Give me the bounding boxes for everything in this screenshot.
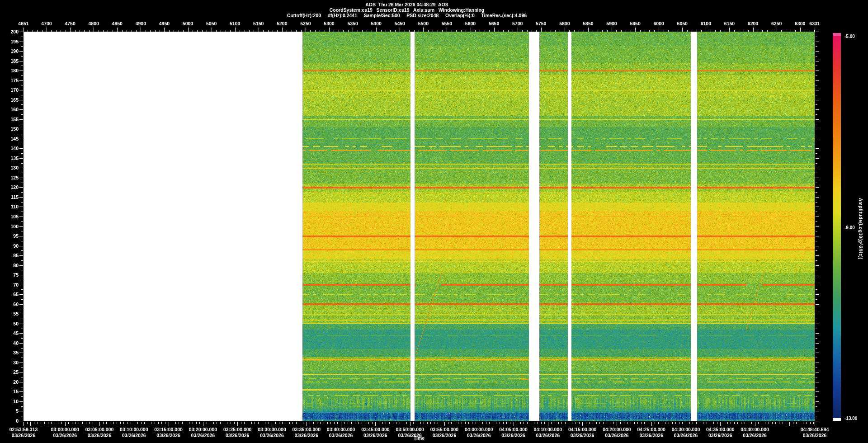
frequency-axis-label: 160 xyxy=(3,107,19,112)
time-axis-date: 03/26/2026 xyxy=(708,433,732,438)
frequency-axis-label: 50 xyxy=(3,321,19,326)
time-axis-label: 03:35:00.000 xyxy=(292,427,321,432)
aos-spectrogram-window: AOS Thu 26 Mar 2026 04:48:29 AOS CoordSy… xyxy=(0,0,868,443)
frequency-axis-label: 110 xyxy=(3,204,19,209)
frequency-axis-label: 150 xyxy=(3,126,19,132)
top-axis-label: 5150 xyxy=(253,21,264,26)
frequency-axis-label: 195 xyxy=(3,39,19,44)
time-axis-date: 03/26/2026 xyxy=(674,433,698,438)
frequency-axis-label: 155 xyxy=(3,117,19,122)
frequency-axis-label: 130 xyxy=(3,165,19,170)
time-axis-date: 03/26/2026 xyxy=(571,433,594,438)
top-axis-label: 4850 xyxy=(112,21,123,26)
top-axis-label: 4900 xyxy=(136,21,146,26)
frequency-axis-label: 20 xyxy=(3,379,19,385)
frequency-axis-label: 120 xyxy=(3,184,19,190)
frequency-axis-label: 5 xyxy=(3,408,19,414)
time-axis-label: 03:05:00.000 xyxy=(85,427,113,432)
frequency-axis-label: 115 xyxy=(3,194,19,200)
frequency-axis-label: 175 xyxy=(3,78,19,83)
spectrogram-plot-area[interactable] xyxy=(24,32,815,421)
frequency-axis-label: 185 xyxy=(3,58,19,64)
time-axis-date: 03/26/2026 xyxy=(226,433,250,438)
top-axis-label: 5200 xyxy=(277,21,287,26)
header-settings-row2: Cuttoff(Hz):200 df(Hz):0.2441 Sample/Sec… xyxy=(287,13,527,18)
time-axis-label: 03:45:00.000 xyxy=(361,427,389,432)
time-axis-label: 03:30:00.000 xyxy=(258,427,286,432)
top-axis-label: 6250 xyxy=(771,21,782,26)
frequency-axis-label: 145 xyxy=(3,136,19,141)
top-axis-label: 6000 xyxy=(654,21,664,26)
header-settings-row1: CoordSystem:es19 SensorID:es19 Axis:sum … xyxy=(330,7,485,13)
top-axis-label: 5300 xyxy=(324,21,334,26)
top-axis-label: 6150 xyxy=(724,21,735,26)
top-axis-label: 5600 xyxy=(465,21,476,26)
top-axis-label: 5250 xyxy=(300,21,311,26)
top-axis-label: 4800 xyxy=(89,21,99,26)
time-axis-date: 03/26/2026 xyxy=(803,433,827,438)
frequency-axis-label: 15 xyxy=(3,389,19,394)
frequency-axis-label: 30 xyxy=(3,360,19,365)
top-axis-label: 6300 xyxy=(795,21,805,26)
time-axis-date: 03/26/2026 xyxy=(433,433,457,438)
frequency-axis-label: 135 xyxy=(3,156,19,161)
frequency-axis-label: 100 xyxy=(3,224,19,229)
top-axis-label: 5000 xyxy=(183,21,193,26)
top-axis-label: 5350 xyxy=(347,21,358,26)
time-axis-label: 04:00:00.000 xyxy=(465,427,493,432)
colorbar xyxy=(833,33,841,421)
top-axis-label: 5700 xyxy=(512,21,523,26)
time-axis-date: 03/26/2026 xyxy=(605,433,629,438)
frequency-axis-label: 190 xyxy=(3,48,19,54)
frequency-axis-label: 95 xyxy=(3,233,19,239)
time-axis-label: 04:48:40.594 xyxy=(801,427,829,432)
frequency-axis-label: 35 xyxy=(3,350,19,355)
frequency-axis-label: 70 xyxy=(3,282,19,287)
time-axis-label: 03:20:00.000 xyxy=(189,427,217,432)
time-axis-date: 03/26/2026 xyxy=(88,433,112,438)
frequency-axis-label: 85 xyxy=(3,253,19,258)
frequency-axis-label: 90 xyxy=(3,243,19,249)
top-axis-label: 5050 xyxy=(206,21,217,26)
time-axis-label: 04:10:00.000 xyxy=(534,427,562,432)
top-axis-label: 6100 xyxy=(701,21,711,26)
time-axis-date: 03/26/2026 xyxy=(53,433,77,438)
time-axis-label: 03:55:00.000 xyxy=(430,427,458,432)
time-axis-date: 03/26/2026 xyxy=(295,433,319,438)
frequency-axis-label: 140 xyxy=(3,146,19,151)
top-axis-label: 6331 xyxy=(809,21,820,26)
time-axis-title: Time xyxy=(414,435,425,441)
time-axis-label: 04:15:00.000 xyxy=(568,427,596,432)
top-axis-label: 5450 xyxy=(395,21,405,26)
time-axis-label: 02:53:59.313 xyxy=(9,427,38,432)
time-axis-label: 04:35:00.000 xyxy=(706,427,734,432)
top-axis-label: 5950 xyxy=(630,21,640,26)
time-axis-label: 03:10:00.000 xyxy=(120,427,148,432)
top-axis-label: 4750 xyxy=(65,21,75,26)
frequency-axis-label: 80 xyxy=(3,263,19,268)
colorbar-label-max: -5.00 xyxy=(844,34,855,39)
frequency-axis-label: 25 xyxy=(3,369,19,375)
top-axis-label: 5400 xyxy=(371,21,382,26)
frequency-axis-label: 60 xyxy=(3,302,19,307)
frequency-axis-label: 55 xyxy=(3,311,19,316)
top-axis-label: 4700 xyxy=(41,21,52,26)
amplitude-axis-title: Amplitude(Log10(g^2/Hz)) xyxy=(858,198,863,259)
time-axis-label: 04:05:00.000 xyxy=(499,427,527,432)
frequency-axis-label: 125 xyxy=(3,175,19,180)
frequency-axis-label: 165 xyxy=(3,97,19,103)
time-axis-label: 03:15:00.000 xyxy=(154,427,182,432)
frequency-axis-label: 65 xyxy=(3,292,19,297)
header-title: AOS Thu 26 Mar 2026 04:48:29 AOS xyxy=(365,2,448,7)
time-axis-date: 03/26/2026 xyxy=(639,433,663,438)
top-axis-label: 5500 xyxy=(418,21,429,26)
top-axis-label: 6200 xyxy=(748,21,758,26)
time-axis-date: 03/26/2026 xyxy=(501,433,525,438)
top-axis-label: 4950 xyxy=(159,21,170,26)
time-axis-date: 03/26/2026 xyxy=(743,433,767,438)
frequency-axis-label: 180 xyxy=(3,68,19,73)
time-axis-date: 03/26/2026 xyxy=(329,433,353,438)
time-axis-date: 03/26/2026 xyxy=(122,433,146,438)
time-axis-label: 03:00:00.000 xyxy=(51,427,79,432)
time-axis-date: 03/26/2026 xyxy=(156,433,180,438)
